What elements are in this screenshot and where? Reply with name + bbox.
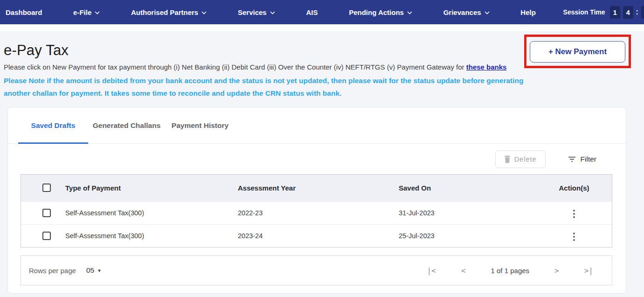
nav-pending-actions-label: Pending Actions: [349, 8, 404, 16]
delete-button-label: Delete: [514, 156, 537, 163]
page-status: 1 of 1 pages: [491, 267, 530, 275]
delete-button[interactable]: Delete: [495, 150, 546, 168]
session-second-digit: [641, 6, 644, 19]
new-payment-button[interactable]: + New Payment: [530, 41, 625, 63]
payments-card: Saved Drafts Generated Challans Payment …: [7, 107, 626, 294]
table-row: Self-Assessment Tax(300) 2022-23 31-Jul-…: [21, 201, 612, 224]
chevron-down-icon: [407, 11, 412, 14]
nav-grievances-label: Grievances: [443, 8, 481, 16]
nav-pending-actions[interactable]: Pending Actions: [345, 6, 416, 19]
nav-authorised-partners[interactable]: Authorised Partners: [127, 6, 210, 19]
column-header-type-of-payment: Type of Payment: [65, 175, 238, 201]
cell-assessment-year: 2022-23: [238, 201, 399, 224]
tabs-row: Saved Drafts Generated Challans Payment …: [8, 107, 626, 144]
next-page-button[interactable]: >: [554, 266, 559, 275]
page-content: e-Pay Tax Please click on New Payment fo…: [0, 42, 644, 294]
nav-help[interactable]: Help: [517, 6, 540, 19]
cell-assessment-year: 2023-24: [238, 224, 399, 247]
rows-per-page-value: 05: [86, 266, 94, 275]
row-checkbox[interactable]: [42, 209, 51, 217]
these-banks-link[interactable]: these banks: [466, 63, 507, 71]
dropdown-caret-icon: ▾: [98, 268, 101, 274]
session-timer: Session Time 1 4 :: [563, 6, 643, 19]
session-time-separator: :: [636, 8, 638, 16]
row-checkbox[interactable]: [42, 232, 51, 240]
table-header-row: Type of Payment Assessment Year Saved On…: [21, 175, 612, 201]
select-all-checkbox[interactable]: [42, 184, 51, 192]
session-minute-digit: 4: [623, 6, 633, 19]
e-pay-tax-page: Dashboard e-File Authorised Partners Ser…: [0, 0, 644, 297]
nav-help-label: Help: [520, 8, 536, 16]
last-page-button[interactable]: >|: [584, 266, 593, 275]
row-actions-kebab-icon[interactable]: [570, 208, 578, 220]
column-header-saved-on: Saved On: [399, 175, 536, 201]
table-row: Self-Assessment Tax(300) 2023-24 25-Jul-…: [21, 224, 612, 247]
header-divider-strip: [0, 24, 644, 31]
tab-saved-drafts-label: Saved Drafts: [31, 121, 76, 130]
cell-saved-on: 25-Jul-2023: [399, 224, 536, 247]
filter-icon: [568, 156, 576, 162]
tab-generated-challans[interactable]: Generated Challans: [88, 107, 165, 144]
column-header-actions: Action(s): [536, 175, 612, 201]
nav-e-file[interactable]: e-File: [69, 6, 104, 19]
session-time-label: Session Time: [563, 8, 605, 16]
rows-per-page: Rows per page 05 ▾: [29, 266, 101, 275]
drafts-table: Type of Payment Assessment Year Saved On…: [21, 174, 612, 248]
pager: |< < 1 of 1 pages > >|: [427, 266, 593, 275]
nav-services[interactable]: Services: [234, 6, 279, 19]
column-header-assessment-year: Assessment Year: [238, 175, 399, 201]
tab-payment-history[interactable]: Payment History: [165, 107, 235, 144]
nav-ais[interactable]: AIS: [302, 6, 321, 19]
cell-saved-on: 31-Jul-2023: [399, 201, 536, 224]
cell-type-of-payment: Self-Assessment Tax(300): [65, 224, 238, 247]
chevron-down-icon: [485, 11, 490, 14]
nav-ais-label: AIS: [306, 8, 318, 16]
status-note-text: Please Note if the amount is debited fro…: [4, 74, 547, 99]
rows-per-page-select[interactable]: 05 ▾: [86, 266, 101, 275]
nav-grievances[interactable]: Grievances: [440, 6, 493, 19]
tab-saved-drafts[interactable]: Saved Drafts: [18, 107, 88, 144]
nav-dashboard-label: Dashboard: [6, 8, 42, 16]
pagination-bar: Rows per page 05 ▾ |< < 1 of 1 pages > >…: [21, 255, 612, 285]
row-actions-kebab-icon[interactable]: [570, 231, 578, 243]
nav-dashboard[interactable]: Dashboard: [2, 6, 46, 19]
nav-authorised-partners-label: Authorised Partners: [131, 8, 198, 16]
session-minute-digit: 1: [610, 6, 620, 19]
tab-payment-history-label: Payment History: [172, 121, 229, 130]
intro-text: Please click on New Payment for tax paym…: [4, 63, 644, 71]
tab-generated-challans-label: Generated Challans: [93, 121, 161, 130]
nav-e-file-label: e-File: [73, 8, 91, 16]
chevron-down-icon: [95, 11, 100, 14]
nav-services-label: Services: [238, 8, 267, 16]
chevron-down-icon: [270, 11, 275, 14]
top-navbar: Dashboard e-File Authorised Partners Ser…: [0, 0, 644, 24]
first-page-button[interactable]: |<: [427, 266, 436, 275]
cell-type-of-payment: Self-Assessment Tax(300): [65, 201, 238, 224]
previous-page-button[interactable]: <: [461, 266, 466, 275]
trash-icon: [504, 156, 511, 163]
table-toolbar: Delete Filter: [8, 150, 596, 169]
filter-button[interactable]: Filter: [568, 155, 596, 163]
chevron-down-icon: [201, 11, 207, 14]
rows-per-page-label: Rows per page: [29, 267, 76, 275]
filter-button-label: Filter: [581, 155, 596, 163]
intro-text-body: Please click on New Payment for tax paym…: [4, 63, 466, 71]
